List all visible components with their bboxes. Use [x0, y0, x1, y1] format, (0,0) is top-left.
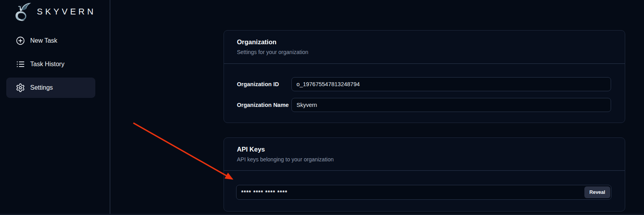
organization-name-row: Organization Name	[237, 98, 611, 112]
api-keys-card-header: API Keys API keys belonging to your orga…	[224, 138, 625, 171]
sidebar-item-label: New Task	[30, 37, 57, 44]
api-keys-card-title: API Keys	[237, 145, 612, 154]
api-key-masked-input[interactable]	[236, 185, 611, 200]
list-icon	[16, 60, 25, 69]
sidebar-item-new-task[interactable]: New Task	[6, 31, 95, 51]
organization-card: Organization Settings for your organizat…	[224, 30, 625, 123]
skyvern-dragon-logo-icon	[10, 1, 33, 22]
sidebar-item-settings[interactable]: Settings	[6, 78, 95, 98]
brand-name: SKYVERN	[37, 7, 96, 17]
organization-name-input[interactable]	[291, 98, 611, 112]
organization-name-label: Organization Name	[237, 102, 285, 108]
organization-id-label: Organization ID	[237, 81, 285, 87]
organization-card-body: Organization ID Organization Name	[224, 64, 625, 112]
organization-id-input[interactable]	[291, 77, 611, 91]
sidebar-item-task-history[interactable]: Task History	[6, 54, 95, 74]
sidebar-nav: New Task Task History	[6, 31, 95, 101]
organization-card-subtitle: Settings for your organization	[237, 48, 612, 56]
sidebar: SKYVERN New Task Task History	[0, 0, 110, 215]
api-keys-card-subtitle: API keys belonging to your organization	[237, 155, 612, 163]
organization-card-header: Organization Settings for your organizat…	[224, 31, 625, 64]
app-root: SKYVERN New Task Task History	[0, 0, 644, 215]
organization-id-row: Organization ID	[237, 77, 611, 91]
brand-header: SKYVERN	[10, 1, 96, 23]
annotation-arrow-line	[133, 123, 232, 179]
api-keys-card: API Keys API keys belonging to your orga…	[224, 137, 625, 211]
organization-card-title: Organization	[237, 38, 612, 46]
plus-circle-icon	[16, 36, 25, 45]
api-key-row: Reveal	[236, 185, 611, 200]
reveal-button[interactable]: Reveal	[584, 186, 610, 198]
gear-icon	[16, 83, 25, 92]
sidebar-item-label: Settings	[30, 84, 53, 91]
api-keys-card-body: Reveal	[224, 171, 625, 200]
sidebar-item-label: Task History	[30, 61, 64, 68]
